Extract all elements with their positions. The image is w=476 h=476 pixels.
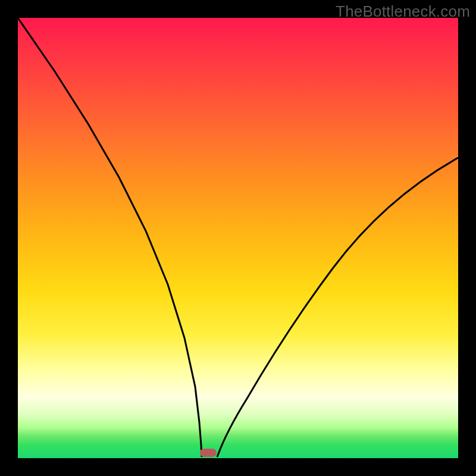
curve-right-branch [217,158,458,457]
chart-area [18,18,458,458]
curve-left-branch [18,18,202,457]
minimum-marker [200,449,217,457]
bottleneck-curve [18,18,458,458]
watermark-text: TheBottleneck.com [336,2,470,21]
